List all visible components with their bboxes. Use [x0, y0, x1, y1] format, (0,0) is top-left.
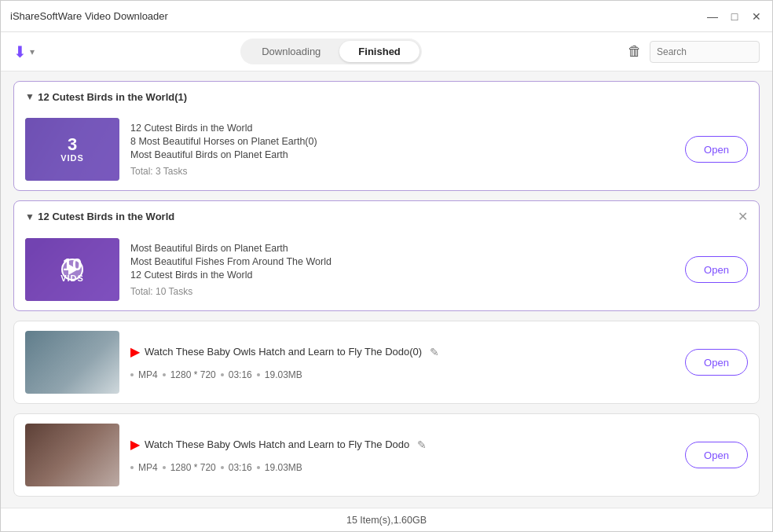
collapse-icon-1: ▼	[25, 91, 35, 102]
dot-2d	[257, 466, 260, 469]
app-title: iShareSoftWare Video Downloader	[10, 10, 168, 22]
dot-2a	[130, 466, 134, 469]
video-info-1: ▶ Watch These Baby Owls Hatch and Learn …	[130, 344, 674, 380]
video-card-2: ▶ Watch These Baby Owls Hatch and Learn …	[13, 413, 760, 497]
owl-image-2	[25, 424, 119, 486]
video-size-2: 19.03MB	[265, 462, 302, 473]
video-meta-2: MP4 1280 * 720 03:16 19.03MB	[130, 462, 674, 473]
dot-1c	[221, 373, 224, 376]
status-bar: 15 Item(s),1.60GB	[1, 508, 772, 531]
vids-label-1: VIDS	[60, 153, 84, 163]
group-title-1: 12 Cutest Birds in the World(1)	[38, 91, 187, 103]
open-button-group1[interactable]: Open	[685, 136, 748, 163]
thumbnail-owl2	[25, 424, 119, 486]
item-total-2: Total: 10 Tasks	[130, 286, 674, 297]
vids-count-1: 3	[68, 136, 77, 153]
title-bar: iShareSoftWare Video Downloader — □ ✕	[1, 1, 772, 32]
dot-2b	[163, 466, 166, 469]
group-header-row-1: ▼ 12 Cutest Birds in the World(1)	[25, 90, 748, 104]
video-size-1: 19.03MB	[265, 369, 302, 380]
dot-1d	[257, 373, 260, 376]
item-info-2: Most Beautiful Birds on Planet Earth Mos…	[130, 243, 674, 297]
item-total-1: Total: 3 Tasks	[130, 166, 674, 177]
group-card-1: ▼ 12 Cutest Birds in the World(1) 3 VIDS…	[13, 81, 760, 191]
video-meta-1: MP4 1280 * 720 03:16 19.03MB	[130, 369, 674, 380]
item-title-2c: 12 Cutest Birds in the World	[130, 270, 674, 281]
video-title-row-1: ▶ Watch These Baby Owls Hatch and Learn …	[130, 344, 674, 359]
close-group-button-2[interactable]: ✕	[738, 209, 748, 224]
item-title-1a: 12 Cutest Birds in the World	[130, 123, 674, 134]
video-format-1: MP4	[138, 369, 158, 380]
minimize-button[interactable]: —	[706, 10, 719, 23]
owl-image-1	[25, 331, 119, 394]
dot-1a	[130, 373, 134, 376]
video-title-2: Watch These Baby Owls Hatch and Learn to…	[145, 438, 409, 450]
toolbar-right: 🗑	[628, 41, 760, 63]
title-bar-left: iShareSoftWare Video Downloader	[10, 10, 168, 22]
group-header-2[interactable]: ▼ 12 Cutest Birds in the World ✕	[14, 201, 759, 232]
dot-1b	[163, 373, 166, 376]
item-title-1b: 8 Most Beautiful Horses on Planet Earth(…	[130, 136, 674, 147]
maximize-button[interactable]: □	[728, 10, 741, 23]
group-content-1: 3 VIDS 12 Cutest Birds in the World 8 Mo…	[14, 112, 759, 190]
open-button-video2[interactable]: Open	[685, 442, 748, 468]
video-duration-2: 03:16	[229, 462, 252, 473]
logo-icon: ⬇	[13, 42, 27, 61]
thumbnail-2: 10 VIDS	[25, 238, 119, 301]
video-resolution-2: 1280 * 720	[170, 462, 216, 473]
title-bar-controls: — □ ✕	[706, 10, 763, 23]
video-resolution-1: 1280 * 720	[170, 369, 216, 380]
close-button[interactable]: ✕	[750, 10, 763, 23]
item-title-2a: Most Beautiful Birds on Planet Earth	[130, 243, 674, 254]
play-icon-2	[68, 264, 78, 275]
delete-button[interactable]: 🗑	[628, 43, 642, 60]
edit-icon-1[interactable]: ✎	[430, 346, 439, 358]
item-info-1: 12 Cutest Birds in the World 8 Most Beau…	[130, 123, 674, 177]
video-title-1: Watch These Baby Owls Hatch and Learn to…	[145, 346, 422, 358]
video-format-2: MP4	[138, 462, 158, 473]
thumbnail-1: 3 VIDS	[25, 118, 119, 181]
video-duration-1: 03:16	[229, 369, 252, 380]
group-header-1[interactable]: ▼ 12 Cutest Birds in the World(1)	[14, 82, 759, 112]
play-overlay-2	[61, 259, 83, 281]
group-card-2: ▼ 12 Cutest Birds in the World ✕ 10 VIDS	[13, 200, 760, 311]
group-item-row-2: 10 VIDS Most Beautiful Birds on Planet E…	[25, 238, 748, 301]
tab-group: Downloading Finished	[240, 39, 422, 64]
youtube-icon-2: ▶	[130, 437, 140, 452]
status-text: 15 Item(s),1.60GB	[346, 515, 427, 526]
chevron-down-icon: ▾	[30, 46, 35, 57]
collapse-icon-2: ▼	[25, 211, 35, 222]
video-info-2: ▶ Watch These Baby Owls Hatch and Learn …	[130, 437, 674, 473]
search-input[interactable]	[650, 41, 760, 63]
video-title-row-2: ▶ Watch These Baby Owls Hatch and Learn …	[130, 437, 674, 452]
vids-badge-1: 3 VIDS	[25, 118, 119, 181]
logo-button[interactable]: ⬇ ▾	[13, 42, 35, 61]
thumbnail-owl1	[25, 331, 119, 394]
open-button-video1[interactable]: Open	[685, 349, 748, 376]
open-button-group2[interactable]: Open	[685, 256, 748, 283]
toolbar: ⬇ ▾ Downloading Finished 🗑	[1, 32, 772, 72]
video-card-1: ▶ Watch These Baby Owls Hatch and Learn …	[13, 321, 760, 404]
tab-finished[interactable]: Finished	[339, 41, 419, 62]
group-content-2: 10 VIDS Most Beautiful Birds on Planet E…	[14, 232, 759, 310]
group-title-2: 12 Cutest Birds in the World	[38, 211, 174, 222]
item-title-2b: Most Beautiful Fishes From Around The Wo…	[130, 256, 674, 267]
item-title-1c: Most Beautiful Birds on Planet Earth	[130, 149, 674, 160]
group-item-row-1: 3 VIDS 12 Cutest Birds in the World 8 Mo…	[25, 118, 748, 181]
group-header-row-2: ▼ 12 Cutest Birds in the World ✕	[25, 209, 748, 224]
tab-downloading[interactable]: Downloading	[243, 41, 339, 62]
main-content: ▼ 12 Cutest Birds in the World(1) 3 VIDS…	[1, 72, 772, 508]
edit-icon-2[interactable]: ✎	[417, 438, 427, 451]
youtube-icon-1: ▶	[130, 344, 140, 359]
dot-2c	[221, 466, 224, 469]
